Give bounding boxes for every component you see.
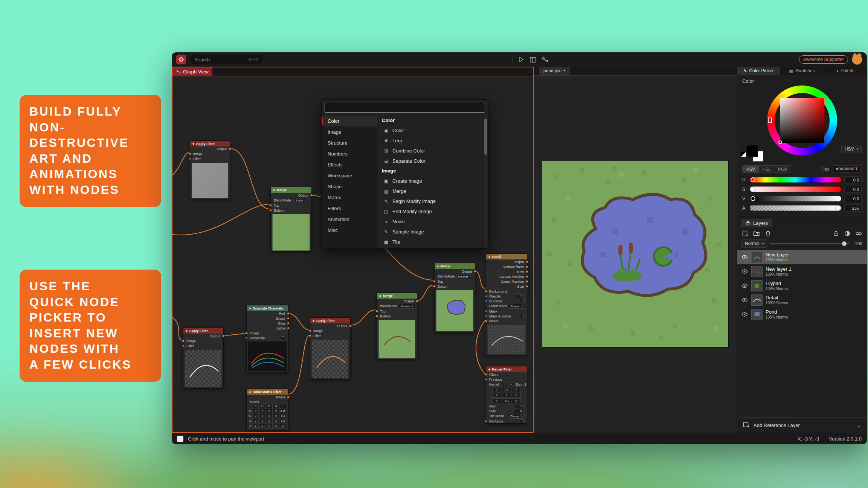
picker-category[interactable]: Shape (322, 181, 377, 192)
slider-knob[interactable] (751, 196, 755, 201)
add-reference-layer-button[interactable]: Add Reference Layer ⌄ (737, 417, 867, 433)
node-header[interactable]: ◆Separate Channels (247, 305, 288, 311)
slider-knob[interactable] (751, 177, 755, 182)
node-kernel-filter[interactable]: ◆Kernel Filter Filters Previous Kernel -… (486, 366, 527, 424)
port-dot[interactable] (287, 312, 290, 315)
pan-tool-icon[interactable] (177, 436, 183, 442)
port-dot[interactable] (245, 337, 248, 339)
hue-value[interactable]: 0,0 (844, 176, 862, 183)
port-dot[interactable] (309, 334, 311, 337)
picker-item[interactable]: ⊟Separate Color (382, 156, 483, 166)
saturation-value-square[interactable] (780, 98, 824, 143)
layer-opacity-slider[interactable] (770, 243, 849, 244)
eye-icon[interactable] (741, 282, 748, 290)
link-layer-button[interactable] (855, 230, 862, 237)
port-dot[interactable] (485, 320, 487, 322)
app-logo-icon[interactable] (176, 55, 186, 64)
picker-item[interactable]: ◧Mask (382, 247, 483, 248)
node-color-matrix[interactable]: ◆Color Matrix Filter Filters Matrix RGBA… (246, 389, 288, 431)
mask-layer-button[interactable] (844, 230, 851, 237)
kernel-cell[interactable]: 0 (492, 387, 501, 392)
node-apply-filter-2[interactable]: ◆Apply Filter Output Image Filter (183, 328, 224, 389)
pond-artwork[interactable] (542, 161, 728, 347)
color-model-select[interactable]: HSV▾ (841, 145, 862, 153)
node-merge-3[interactable]: ◆Merge Output BlendModeNormal▾ Top Botto… (434, 263, 475, 332)
blendmode-select[interactable]: Screen▾ (509, 304, 525, 309)
eye-icon[interactable] (741, 311, 748, 318)
slider-knob[interactable] (751, 187, 755, 192)
kernel-cell[interactable]: 0 (512, 387, 521, 392)
kernel-cell[interactable]: 0 (512, 398, 521, 403)
port-dot[interactable] (189, 157, 191, 160)
port-dot[interactable] (526, 285, 528, 288)
kernel-cell[interactable]: 1 (502, 393, 511, 398)
picker-category[interactable]: Misc (322, 225, 377, 236)
add-layer-button[interactable] (741, 230, 749, 237)
picker-category[interactable]: Color (322, 116, 377, 127)
node-apply-filter-3[interactable]: ◆Apply Filter Output Image Filter (310, 317, 351, 380)
opacity-input[interactable]: 1 (514, 294, 524, 298)
port-dot[interactable] (416, 300, 418, 302)
eye-icon[interactable] (741, 268, 748, 275)
picker-category[interactable]: Structure (322, 137, 377, 148)
port-dot[interactable] (245, 332, 248, 334)
picker-item[interactable]: ✎Sample Image (382, 227, 483, 237)
node-detail[interactable]: ◆Detail OutputWithout filtersRawCanvas P… (486, 253, 527, 356)
port-dot[interactable] (485, 300, 487, 302)
port-dot[interactable] (485, 290, 487, 293)
node-separate-channels[interactable]: ◆Separate Channels RedGreenBlueAlpha Ima… (246, 305, 288, 373)
blendmode-select[interactable]: Normal▾ (399, 304, 415, 309)
opacity-knob[interactable] (842, 241, 847, 246)
bias-input[interactable]: 0 (514, 409, 524, 413)
canvas-viewport[interactable] (534, 76, 737, 433)
port-dot[interactable] (287, 322, 290, 325)
port-dot[interactable] (526, 275, 528, 278)
blendmode-select[interactable]: Color▾ (294, 198, 308, 203)
grayscale-checkbox[interactable] (281, 336, 285, 340)
saturation-slider[interactable] (750, 186, 841, 192)
picker-category[interactable]: Numbers (322, 148, 377, 159)
blendmode-select[interactable]: Normal▾ (456, 274, 473, 279)
port-dot[interactable] (526, 265, 528, 268)
picker-category[interactable]: Effects (322, 159, 377, 170)
picker-scrollbar[interactable] (484, 116, 487, 247)
picker-item[interactable]: ⊞Combine Color (382, 146, 483, 156)
add-folder-button[interactable] (753, 230, 760, 237)
user-avatar[interactable] (852, 54, 862, 65)
layer-row[interactable]: New layer 1100% Normal (737, 264, 867, 279)
picker-scrollbar-thumb[interactable] (484, 119, 487, 155)
picker-item[interactable]: ◉Color (382, 125, 483, 136)
chevron-down-icon[interactable]: ⌄ (857, 422, 861, 428)
port-dot[interactable] (526, 280, 528, 283)
tab-pond-file[interactable]: pond.pixi • (539, 67, 570, 75)
picker-search-input[interactable] (325, 103, 485, 113)
port-dot[interactable] (310, 194, 313, 197)
kernel-cell[interactable]: 0 (492, 393, 501, 398)
picker-item[interactable]: ▢End Modify Image (382, 206, 483, 217)
eye-icon[interactable] (741, 296, 748, 304)
layer-row[interactable]: Lilypad100% Normal (737, 279, 867, 293)
node-header[interactable]: ◆Kernel Filter (486, 366, 527, 372)
port-dot[interactable] (287, 317, 290, 320)
port-dot[interactable] (182, 340, 185, 342)
node-header[interactable]: ◆Merge (271, 187, 311, 193)
port-dot[interactable] (433, 280, 436, 283)
node-apply-filter-1[interactable]: ◆Apply Filter Output Image Filter (190, 140, 230, 199)
kernel-cell[interactable]: -0,1 (502, 398, 511, 403)
kernel-grow-button[interactable]: + (510, 382, 514, 386)
layer-opacity-value[interactable]: 100 (852, 241, 862, 246)
mode-hsv-button[interactable]: HSV (743, 166, 759, 172)
hue-slider[interactable] (750, 177, 841, 183)
port-dot[interactable] (269, 209, 272, 212)
port-dot[interactable] (474, 270, 476, 273)
alpha-slider[interactable] (750, 205, 841, 211)
graph-canvas[interactable]: ◆Apply Filter Output Image Filter ◆Merge… (172, 76, 533, 432)
supporter-badge[interactable]: Awesome Supporter (799, 55, 848, 64)
picker-category[interactable]: Image (322, 127, 377, 137)
picker-category[interactable]: Filters (322, 203, 377, 214)
visible-checkbox[interactable] (520, 299, 524, 303)
kernel-shrink-button[interactable]: - (503, 382, 507, 386)
mode-rgb-button[interactable]: RGB (774, 166, 791, 172)
picker-item[interactable]: ❖Lerp (382, 136, 483, 146)
node-header[interactable]: ◆Detail (486, 254, 527, 259)
